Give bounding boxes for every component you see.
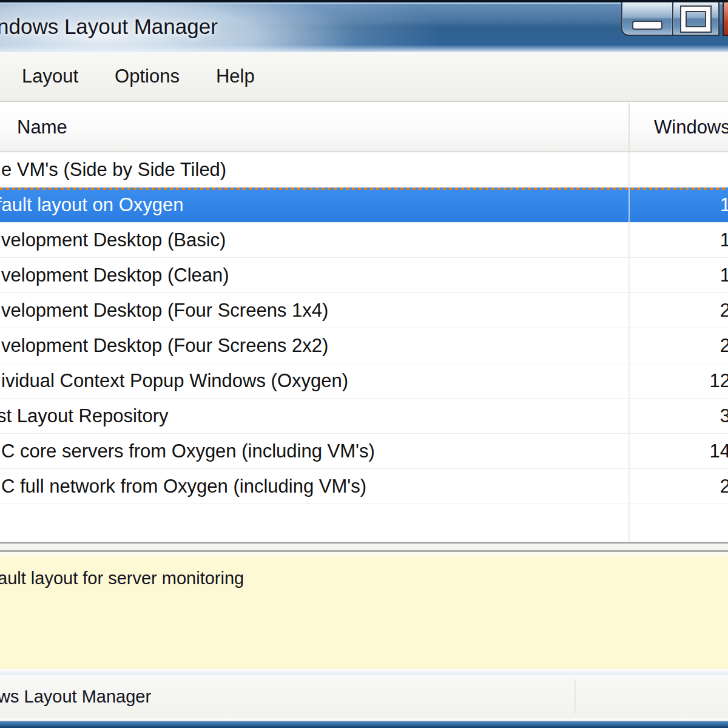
- layout-window-count: 14: [631, 434, 728, 468]
- layout-window-count: 12: [631, 363, 728, 398]
- list-item[interactable]: st Layout Repository 3: [0, 399, 728, 434]
- menu-item-options[interactable]: Options: [96, 52, 198, 101]
- maximize-button[interactable]: [672, 2, 720, 36]
- layout-name: velopment Desktop (Four Screens 1x4): [1, 293, 328, 328]
- column-header-windows[interactable]: Windows: [654, 103, 728, 151]
- layout-description-text: ault layout for server monitoring: [0, 564, 728, 592]
- minimize-button[interactable]: [621, 2, 673, 36]
- layout-window-count: 2: [631, 293, 728, 328]
- status-bar: ws Layout Manager: [0, 675, 728, 718]
- layout-window-count: 1: [631, 223, 728, 257]
- list-item[interactable]: velopment Desktop (Four Screens 2x2) 2: [0, 328, 728, 363]
- layout-name: C full network from Oxygen (including VM…: [1, 469, 366, 504]
- layout-window-count: 1: [631, 258, 728, 292]
- status-bar-text: ws Layout Manager: [0, 675, 151, 718]
- menu-item-layout[interactable]: Layout: [4, 52, 96, 101]
- list-header: Name Windows: [0, 103, 728, 152]
- menu-bar: Layout Options Help: [0, 52, 728, 102]
- column-divider[interactable]: [629, 103, 630, 151]
- layout-name: e VM's (Side by Side Tiled): [1, 152, 226, 187]
- close-button[interactable]: [723, 2, 728, 36]
- list-item-selected[interactable]: fault layout on Oxygen 1: [0, 187, 728, 223]
- maximize-icon: [681, 7, 710, 32]
- layout-window-count: 1: [631, 187, 728, 222]
- layout-name: C core servers from Oxygen (including VM…: [1, 434, 375, 468]
- list-item[interactable]: C full network from Oxygen (including VM…: [0, 469, 728, 504]
- layout-list: e VM's (Side by Side Tiled) fault layout…: [0, 152, 728, 542]
- window-bottom-border[interactable]: [0, 721, 728, 728]
- list-item[interactable]: velopment Desktop (Basic) 1: [0, 223, 728, 258]
- menu-item-help[interactable]: Help: [198, 52, 273, 101]
- title-bar-highlight: [0, 2, 728, 4]
- minimize-icon: [633, 22, 661, 29]
- layout-name: velopment Desktop (Clean): [1, 258, 229, 292]
- window-controls: [621, 2, 728, 36]
- status-bar-top-edge: [0, 669, 728, 675]
- list-item[interactable]: velopment Desktop (Clean) 1: [0, 258, 728, 293]
- title-bar[interactable]: ndows Layout Manager: [0, 0, 728, 52]
- window-title: ndows Layout Manager: [0, 15, 218, 39]
- list-item[interactable]: e VM's (Side by Side Tiled): [0, 152, 728, 187]
- column-header-name[interactable]: Name: [17, 103, 67, 151]
- layout-name: ividual Context Popup Windows (Oxygen): [1, 363, 348, 398]
- list-item[interactable]: velopment Desktop (Four Screens 1x4) 2: [0, 293, 728, 328]
- layout-name: velopment Desktop (Four Screens 2x2): [1, 328, 328, 363]
- splitter-handle[interactable]: [0, 542, 728, 557]
- layout-name: st Layout Repository: [0, 399, 169, 433]
- list-item[interactable]: ividual Context Popup Windows (Oxygen) 1…: [0, 363, 728, 399]
- layout-window-count: 3: [631, 399, 728, 433]
- status-bar-divider: [575, 679, 576, 713]
- layout-window-count: 2: [631, 469, 728, 504]
- layout-name: velopment Desktop (Basic): [1, 223, 226, 257]
- list-item[interactable]: C core servers from Oxygen (including VM…: [0, 434, 728, 469]
- layout-name: fault layout on Oxygen: [0, 187, 183, 222]
- layout-window-count: 2: [631, 328, 728, 363]
- layout-description-panel: ault layout for server monitoring: [0, 557, 728, 669]
